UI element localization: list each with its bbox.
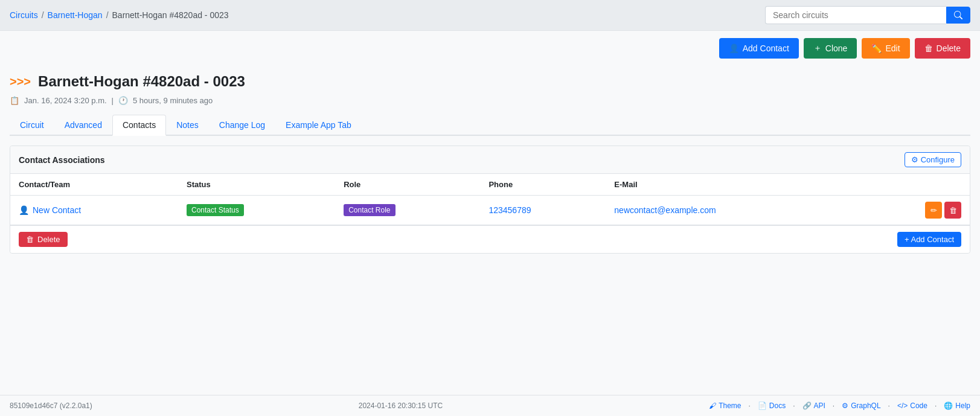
tab-advanced[interactable]: Advanced (54, 115, 112, 136)
col-role: Role (335, 174, 480, 196)
footer-trash-icon: 🗑 (26, 235, 34, 244)
page-title: Barnett-Hogan #4820ad - 0023 (38, 73, 245, 90)
page-date: Jan. 16, 2024 3:20 p.m. (24, 96, 107, 105)
footer-delete-button[interactable]: 🗑 Delete (19, 232, 68, 247)
tab-contacts[interactable]: Contacts (112, 115, 166, 136)
breadcrumb-root[interactable]: Circuits (10, 10, 38, 20)
breadcrumb-current: Barnett-Hogan #4820ad - 0023 (112, 10, 229, 20)
row-edit-button[interactable]: ✏ (925, 202, 942, 219)
edit-icon: ✏️ (871, 43, 882, 53)
trash-icon: 🗑 (924, 43, 933, 53)
pencil-icon: ✏ (930, 206, 937, 215)
phone-link[interactable]: 123456789 (488, 205, 531, 215)
configure-button[interactable]: ⚙ Configure (905, 152, 961, 167)
status-badge: Contact Status (187, 204, 244, 216)
breadcrumb-sep1: / (42, 10, 44, 20)
trash-icon-row: 🗑 (949, 206, 957, 215)
page-meta: 📋 Jan. 16, 2024 3:20 p.m. | 🕐 5 hours, 9… (10, 92, 970, 115)
user-icon: 👤 (729, 43, 739, 53)
action-buttons: 👤 Add Contact ＋ Clone ✏️ Edit 🗑 Delete (0, 31, 980, 63)
clock-icon: 🕐 (118, 96, 128, 105)
email-link[interactable]: newcontact@example.com (614, 205, 716, 215)
breadcrumb-sep2: / (106, 10, 109, 20)
tab-change-log[interactable]: Change Log (209, 115, 275, 136)
row-delete-button[interactable]: 🗑 (944, 202, 961, 219)
contact-table: Contact/Team Status Role Phone E-Mail 👤 … (10, 174, 970, 225)
breadcrumb-parent[interactable]: Barnett-Hogan (48, 10, 103, 20)
delete-button[interactable]: 🗑 Delete (915, 38, 970, 59)
tab-example-app[interactable]: Example App Tab (275, 115, 362, 136)
calendar-icon: 📋 (10, 96, 19, 105)
col-email: E-Mail (606, 174, 857, 196)
footer-add-contact-button[interactable]: + Add Contact (897, 232, 961, 247)
panel-header: Contact Associations ⚙ Configure (10, 146, 970, 174)
role-badge: Contact Role (344, 204, 395, 216)
search-input[interactable] (765, 6, 946, 24)
edit-button[interactable]: ✏️ Edit (862, 38, 909, 59)
contact-associations-panel: Contact Associations ⚙ Configure Contact… (10, 146, 970, 254)
add-contact-button[interactable]: 👤 Add Contact (719, 38, 799, 59)
breadcrumb: Circuits / Barnett-Hogan / Barnett-Hogan… (10, 10, 229, 20)
panel-title: Contact Associations (19, 155, 105, 165)
top-bar: Circuits / Barnett-Hogan / Barnett-Hogan… (0, 0, 980, 31)
page-arrows: >>> (10, 75, 31, 89)
search-bar (765, 6, 970, 24)
col-status: Status (178, 174, 335, 196)
panel-footer: 🗑 Delete + Add Contact (10, 225, 970, 253)
page-content: >>> Barnett-Hogan #4820ad - 0023 📋 Jan. … (0, 63, 980, 254)
gear-icon: ⚙ (911, 155, 918, 164)
tabs: Circuit Advanced Contacts Notes Change L… (10, 115, 970, 136)
col-phone: Phone (480, 174, 606, 196)
tab-circuit[interactable]: Circuit (10, 115, 54, 136)
clone-icon: ＋ (813, 43, 822, 54)
table-row: 👤 New Contact Contact Status Contact Rol… (10, 196, 970, 225)
person-icon: 👤 (19, 205, 29, 215)
contact-name-link[interactable]: 👤 New Contact (19, 205, 81, 215)
search-button[interactable] (946, 7, 970, 24)
clone-button[interactable]: ＋ Clone (804, 38, 857, 59)
tab-notes[interactable]: Notes (166, 115, 209, 136)
search-icon (954, 11, 962, 19)
col-contact-team: Contact/Team (10, 174, 178, 196)
col-actions (857, 174, 970, 196)
row-actions: ✏ 🗑 (865, 202, 961, 219)
page-time-ago: 5 hours, 9 minutes ago (133, 96, 213, 105)
page-header: >>> Barnett-Hogan #4820ad - 0023 (10, 63, 970, 92)
